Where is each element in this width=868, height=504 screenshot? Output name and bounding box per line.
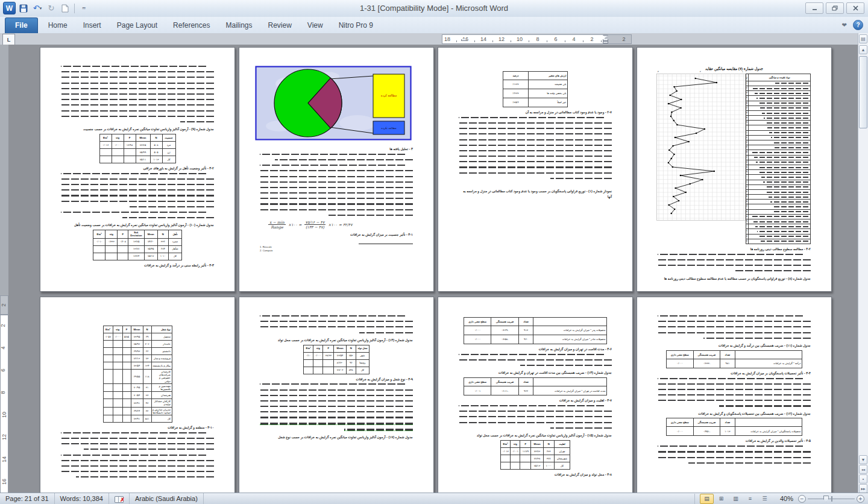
view-button-web-layout[interactable]: ▥ [729, 494, 743, 504]
table-row: مجرد۳۳۶۷۴/۶۰۱۳/۷۵۰/۶۰۸۰/۳۳۲۰/۰۱۰ [93, 238, 182, 245]
table-cell: تحصیلات مادر * میزان گرایش به خرافات [533, 335, 607, 344]
table-row: کل۱۰۰۰۷۵/۱۳ [501, 462, 570, 469]
table-cell: ۷۳/۹۵ [131, 333, 143, 341]
document-page[interactable]: تعدادضریب همبستگیسطح معنی داریتحصیلات پد… [438, 297, 633, 493]
table-cell [749, 81, 811, 86]
text-line [658, 400, 811, 401]
zoom-in-button[interactable]: + [857, 495, 864, 503]
tab-mailings[interactable]: Mailings [218, 18, 260, 33]
row-number-cell: ۳۰ [746, 224, 749, 229]
help-button[interactable]: ? [853, 20, 863, 30]
table-cell: ۷۵/۱۷ [144, 253, 157, 260]
table-cell [113, 370, 122, 384]
ruler-tick [492, 40, 493, 42]
table-cell [749, 214, 811, 219]
tab-file[interactable]: File [5, 17, 38, 33]
previous-page-button[interactable]: ◂◂ [859, 465, 867, 474]
table-cell [749, 125, 811, 130]
cell-text-blur [764, 118, 808, 119]
document-area[interactable]: جدول شماره (۹) - آزمون آنالیز واریانس تف… [8, 45, 858, 493]
minimize-button[interactable] [805, 2, 823, 14]
tab-page-layout[interactable]: Page Layout [109, 18, 165, 33]
document-page[interactable]: جدول شماره (۹) - آزمون آنالیز واریانس تف… [40, 47, 235, 292]
proofing-status[interactable]: ✗ [109, 493, 130, 504]
row-number-cell: ۳۲ [746, 234, 749, 239]
table-row: بیکار و بازنشسته۱۲۴۷۲/۵۴ [103, 362, 172, 370]
view-button-print-layout[interactable]: ▤ [700, 494, 714, 504]
word-count[interactable]: Words: 10,384 [55, 493, 109, 504]
document-page[interactable]: ارزش های متغیردرصدبلی همیشه٪۱۲/۲بلی بعضی… [438, 47, 633, 292]
table-cell: ۷۳/۷۲ [531, 447, 543, 455]
zoom-out-button[interactable]: − [798, 495, 806, 503]
zoom-slider[interactable]: − + [798, 494, 864, 503]
scroll-up-button[interactable]: ▲ [859, 45, 867, 54]
table-row: مرد۵۰۸۷۳/۲۵۱۳/۹۸۰/۰۰۰۰/۰۱۳ [99, 141, 175, 148]
left-indent-marker[interactable] [603, 41, 608, 43]
horizontal-ruler[interactable]: 181614121086422 [442, 34, 632, 44]
text-line [658, 451, 811, 452]
document-page[interactable]: مطالعه کردهمطالعه نکرده۳ - تحلیل یافته ه… [239, 47, 434, 292]
window-controls [805, 2, 864, 14]
text-line [719, 405, 811, 406]
cell-text-blur [755, 226, 808, 227]
text-line [61, 443, 214, 444]
table-cell [501, 455, 511, 462]
text-line [61, 432, 206, 433]
view-button-outline[interactable]: ≡ [743, 494, 757, 504]
select-browse-object-button[interactable]: • [859, 474, 867, 484]
text-line [61, 189, 214, 191]
tab-references[interactable]: References [165, 18, 218, 33]
scroll-down-button[interactable]: ▼ [859, 455, 867, 464]
vertical-scrollbar[interactable]: ▤ ▲ ▼ ◂◂ • ▸▸ [858, 33, 868, 493]
table-header-cell: sig [112, 134, 124, 141]
table-cell: تهران [554, 447, 570, 455]
table-header-cell: Eta² [501, 440, 511, 447]
table-header-cell [735, 350, 802, 359]
table-cell: ۷۳/۵۴ [334, 352, 346, 359]
document-page[interactable]: نوع شغلNMeanFsigEta²محصل۶۹۷۳/۹۵۵/۸۵۰/۰۰۰… [40, 297, 235, 493]
tab-home[interactable]: Home [40, 18, 75, 33]
doc-heading: ۳-۷ - اهلیت و میزان گرایش به خرافات [459, 398, 612, 403]
table-cell: ۹۱۳ [518, 326, 533, 335]
text-line [459, 359, 612, 361]
window-title: 1-31 [Compatibility Mode] - Microsoft Wo… [0, 4, 868, 13]
table-cell [99, 156, 112, 163]
language-indicator[interactable]: Arabic (Saudi Arabia) [130, 493, 204, 504]
row-number-cell: ۶ [746, 106, 749, 110]
tab-insert[interactable]: Insert [75, 18, 109, 33]
view-button-draft[interactable]: ☰ [758, 494, 772, 504]
table-header-cell: ضریب همبستگی [693, 418, 720, 427]
zoom-thumb[interactable] [823, 496, 829, 502]
row-number-cell: ۱۵ [746, 150, 749, 155]
zoom-level[interactable]: 40% [780, 495, 793, 502]
close-button[interactable] [846, 2, 864, 14]
page-indicator[interactable]: Page: 21 of 31 [0, 493, 55, 504]
document-page[interactable]: جدول شماره (۱۱) - ضریب همبستگی بین درآمد… [637, 297, 832, 493]
next-page-button[interactable]: ▸▸ [859, 484, 867, 493]
view-ruler-toggle-button[interactable]: ▤ [859, 34, 867, 43]
table-cell: ۶۷۴ [157, 245, 168, 253]
tab-view[interactable]: View [300, 18, 331, 33]
scrollbar-thumb[interactable] [859, 56, 867, 128]
table-row: روستا۹۶۸۶/۳۰ [304, 359, 370, 367]
view-button-full-screen-reading[interactable]: ⊞ [714, 494, 728, 504]
doc-heading: جدول شماره (۱۳) - ضریب همبستگی بین مدت ا… [459, 370, 612, 376]
ruler-tick [601, 40, 602, 42]
tab-stop-selector[interactable]: L [2, 34, 15, 45]
tab-review[interactable]: Review [260, 18, 299, 33]
doc-table: جنسیتNMeanFsigEta²مرد۵۰۸۷۳/۲۵۱۳/۹۸۰/۰۰۰۰… [99, 134, 176, 163]
document-page[interactable]: جدول شماره (۱۴) - آزمون آنالیز واریانس ت… [239, 297, 434, 493]
table-cell [749, 170, 811, 175]
table-header-cell: تعداد [518, 378, 533, 386]
text-line [61, 116, 214, 117]
restore-button[interactable] [826, 2, 844, 14]
table-cell [113, 399, 122, 407]
tab-nitro-pro-9[interactable]: Nitro Pro 9 [331, 18, 381, 33]
document-page[interactable]: جدول شماره (۷) مقایسه میانگین عقاید۱۲۳نو… [637, 47, 832, 292]
vertical-ruler[interactable]: 2 24681012141618 [0, 45, 8, 493]
minimize-ribbon-icon[interactable]: ❤ [842, 22, 847, 28]
cell-text-blur [756, 162, 808, 163]
cell-text-blur [753, 88, 808, 89]
row-number-cell: ۳۳ [746, 239, 749, 244]
table-row: کارکنان مشاغل تولیدی۴۳۷۳/۹۱ [103, 399, 172, 407]
